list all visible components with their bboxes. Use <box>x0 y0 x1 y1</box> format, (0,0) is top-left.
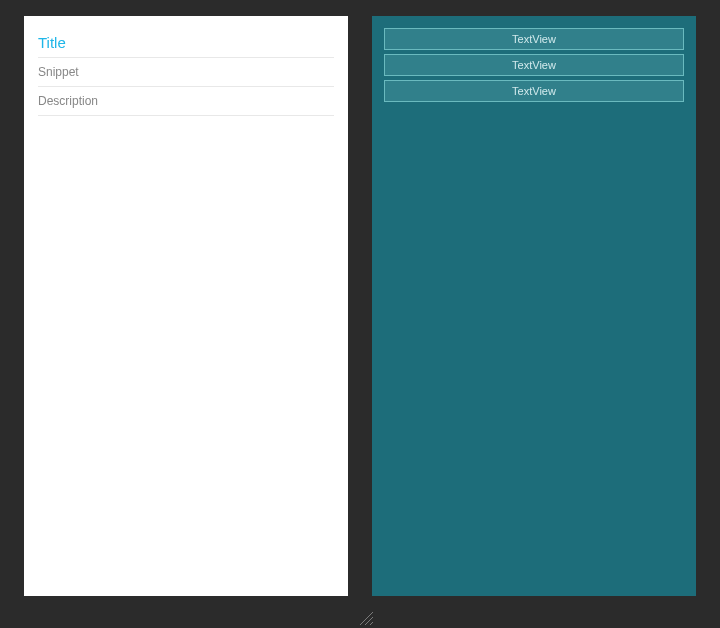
right-content: TextView TextView TextView <box>372 16 696 118</box>
left-content: Title Snippet Description <box>24 16 348 128</box>
editor-container: Title Snippet Description TextView TextV… <box>0 0 720 628</box>
snippet-text: Snippet <box>38 58 334 87</box>
textview-row[interactable]: TextView <box>384 80 684 102</box>
title-text: Title <box>38 28 334 58</box>
preview-panel-right[interactable]: TextView TextView TextView <box>372 16 696 596</box>
textview-row[interactable]: TextView <box>384 28 684 50</box>
description-text: Description <box>38 87 334 116</box>
textview-row[interactable]: TextView <box>384 54 684 76</box>
preview-panel-left[interactable]: Title Snippet Description <box>24 16 348 596</box>
